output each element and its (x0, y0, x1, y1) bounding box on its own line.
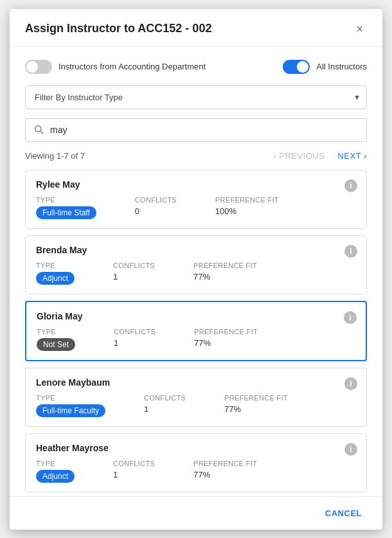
preference-value: 77% (194, 338, 258, 348)
type-col: TYPE Full-time Staff (36, 196, 96, 219)
preference-label: PREFERENCE FIT (193, 262, 257, 269)
accounting-label: Instructors from Accounting Department (58, 62, 206, 71)
type-col: TYPE Not Set (37, 328, 75, 351)
instructor-details: TYPE Not Set CONFLICTS 1 PREFERENCE FIT … (37, 328, 355, 351)
conflicts-value: 1 (114, 338, 156, 348)
type-col: TYPE Adjunct (36, 460, 75, 483)
conflicts-label: CONFLICTS (113, 460, 155, 467)
conflicts-col: CONFLICTS 0 (135, 196, 177, 216)
info-icon[interactable]: i (344, 443, 357, 456)
conflicts-value: 1 (113, 470, 155, 480)
modal-body: Instructors from Accounting Department A… (10, 47, 382, 496)
instructor-list: Rylee May TYPE Full-time Staff CONFLICTS… (25, 170, 367, 492)
close-button[interactable]: × (352, 22, 367, 36)
instructor-card[interactable]: Brenda May TYPE Adjunct CONFLICTS 1 PREF… (25, 235, 367, 294)
instructor-details: TYPE Adjunct CONFLICTS 1 PREFERENCE FIT … (36, 262, 356, 285)
instructor-details: TYPE Full-time Faculty CONFLICTS 1 PREFE… (36, 394, 356, 417)
accounting-toggle[interactable] (25, 60, 52, 74)
instructor-name: Rylee May (36, 179, 356, 190)
preference-col: PREFERENCE FIT 77% (194, 328, 258, 348)
instructor-card[interactable]: Gloria May TYPE Not Set CONFLICTS 1 PREF… (25, 301, 367, 361)
type-col: TYPE Full-time Faculty (36, 394, 105, 417)
type-badge: Adjunct (36, 272, 75, 285)
filter-select[interactable]: Filter By Instructor Type (25, 85, 367, 109)
type-label: TYPE (37, 328, 75, 336)
instructor-card[interactable]: Rylee May TYPE Full-time Staff CONFLICTS… (25, 170, 367, 229)
preference-col: PREFERENCE FIT 100% (215, 196, 279, 216)
all-instructors-label: All Instructors (316, 62, 367, 71)
chevron-right-icon: › (364, 151, 367, 161)
preference-col: PREFERENCE FIT 77% (193, 460, 257, 480)
info-icon[interactable]: i (344, 377, 357, 390)
conflicts-label: CONFLICTS (114, 328, 156, 336)
instructor-details: TYPE Adjunct CONFLICTS 1 PREFERENCE FIT … (36, 460, 356, 483)
conflicts-label: CONFLICTS (113, 262, 155, 269)
preference-label: PREFERENCE FIT (194, 328, 258, 336)
modal: Assign Instructor to ACC152 - 002 × Inst… (10, 9, 382, 530)
type-label: TYPE (36, 262, 75, 269)
accounting-toggle-group: Instructors from Accounting Department (25, 60, 206, 74)
viewing-text: Viewing 1-7 of 7 (25, 151, 85, 161)
info-icon[interactable]: i (344, 311, 357, 324)
search-input[interactable] (50, 125, 359, 135)
next-button[interactable]: NEXT › (337, 151, 367, 161)
preference-label: PREFERENCE FIT (224, 394, 288, 402)
instructor-name: Lenore Maybaum (36, 377, 356, 388)
type-badge: Full-time Staff (36, 206, 96, 219)
svg-line-1 (40, 131, 43, 134)
search-row (25, 118, 367, 142)
instructor-name: Gloria May (37, 311, 355, 321)
filter-dropdown[interactable]: Filter By Instructor Type ▾ (25, 85, 367, 109)
instructor-card[interactable]: Lenore Maybaum TYPE Full-time Faculty CO… (25, 368, 367, 427)
conflicts-value: 0 (135, 206, 177, 216)
instructor-name: Brenda May (36, 245, 356, 255)
modal-title: Assign Instructor to ACC152 - 002 (25, 22, 211, 35)
previous-button[interactable]: ‹ PREVIOUS (273, 151, 325, 161)
conflicts-col: CONFLICTS 1 (113, 460, 155, 480)
preference-col: PREFERENCE FIT 77% (224, 394, 288, 414)
conflicts-col: CONFLICTS 1 (144, 394, 186, 414)
type-badge: Adjunct (36, 470, 75, 483)
modal-footer: CANCEL (10, 496, 382, 530)
preference-label: PREFERENCE FIT (215, 196, 279, 204)
all-instructors-toggle[interactable] (283, 60, 310, 74)
type-label: TYPE (36, 460, 75, 467)
modal-header: Assign Instructor to ACC152 - 002 × (10, 9, 382, 47)
preference-label: PREFERENCE FIT (193, 460, 257, 467)
preference-value: 77% (224, 404, 288, 414)
pagination-nav: ‹ PREVIOUS NEXT › (273, 151, 367, 161)
preference-value: 100% (215, 206, 279, 216)
all-instructors-toggle-group: All Instructors (283, 60, 367, 74)
instructor-details: TYPE Full-time Staff CONFLICTS 0 PREFERE… (36, 196, 356, 219)
search-icon (33, 124, 44, 136)
conflicts-label: CONFLICTS (144, 394, 186, 402)
info-icon[interactable]: i (344, 245, 357, 258)
instructor-name: Heather Mayrose (36, 443, 356, 453)
type-badge: Full-time Faculty (36, 404, 105, 417)
pagination-row: Viewing 1-7 of 7 ‹ PREVIOUS NEXT › (25, 151, 367, 161)
conflicts-label: CONFLICTS (135, 196, 177, 204)
chevron-left-icon: ‹ (273, 151, 276, 161)
preference-value: 77% (193, 272, 257, 282)
conflicts-col: CONFLICTS 1 (114, 328, 156, 348)
preference-value: 77% (193, 470, 257, 480)
type-label: TYPE (36, 196, 96, 204)
type-col: TYPE Adjunct (36, 262, 75, 285)
conflicts-col: CONFLICTS 1 (113, 262, 155, 282)
info-icon[interactable]: i (344, 179, 357, 192)
type-badge: Not Set (37, 338, 75, 351)
conflicts-value: 1 (113, 272, 155, 282)
conflicts-value: 1 (144, 404, 186, 414)
preference-col: PREFERENCE FIT 77% (193, 262, 257, 282)
type-label: TYPE (36, 394, 105, 402)
toggle-row: Instructors from Accounting Department A… (25, 57, 367, 76)
cancel-button[interactable]: CANCEL (320, 505, 367, 522)
instructor-card[interactable]: Heather Mayrose TYPE Adjunct CONFLICTS 1… (25, 433, 367, 492)
modal-overlay: Assign Instructor to ACC152 - 002 × Inst… (0, 0, 392, 538)
